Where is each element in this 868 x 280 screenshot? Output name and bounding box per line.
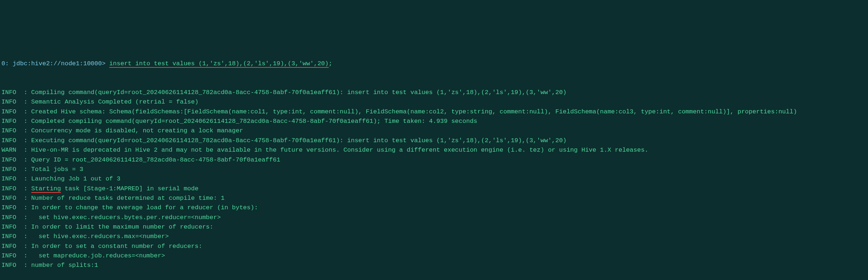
log-line: INFO : Launching Job 1 out of 3 (1, 174, 867, 184)
log-line: INFO : Number of reduce tasks determined… (1, 194, 867, 203)
log-line: INFO : set hive.exec.reducers.max=<numbe… (1, 232, 867, 241)
log-text: : set hive.exec.reducers.bytes.per.reduc… (16, 214, 221, 221)
log-label: INFO (1, 98, 16, 105)
log-label: INFO (1, 262, 16, 269)
log-label: INFO (1, 223, 16, 230)
log-line: WARN : Hive-on-MR is deprecated in Hive … (1, 145, 867, 155)
log-text: : Semantic Analysis Completed (retrial =… (16, 98, 199, 105)
log-line: INFO : In order to limit the maximum num… (1, 222, 867, 232)
log-text: : Executing command(queryId=root_2024062… (16, 137, 567, 144)
log-line: INFO : set mapreduce.job.reduces=<number… (1, 251, 867, 261)
log-label: INFO (1, 156, 16, 163)
log-label: INFO (1, 175, 16, 182)
log-label: INFO (1, 252, 16, 259)
log-line: INFO : Executing command(queryId=root_20… (1, 136, 867, 145)
log-line: INFO : Created Hive schema: Schema(field… (1, 107, 867, 117)
log-line: INFO : Semantic Analysis Completed (retr… (1, 97, 867, 107)
log-text: : Launching Job 1 out of 3 (16, 175, 121, 182)
log-text: : Query ID = root_20240626114128_782acd0… (16, 156, 280, 163)
log-label: INFO (1, 118, 16, 125)
log-text: task [Stage-1:MAPRED] in serial mode (61, 185, 198, 192)
terminal-output[interactable]: 0: jdbc:hive2://node1:10000> insert into… (0, 39, 868, 280)
log-label: INFO (1, 108, 16, 115)
log-text-underlined: Starting (31, 185, 61, 192)
log-label: INFO (1, 127, 16, 134)
log-label: INFO (1, 243, 16, 250)
command-tail: ; (329, 60, 332, 67)
log-label: INFO (1, 233, 16, 240)
log-line: INFO : Starting task [Stage-1:MAPRED] in… (1, 184, 867, 194)
log-line: INFO : set hive.exec.reducers.bytes.per.… (1, 213, 867, 222)
command-line: 0: jdbc:hive2://node1:10000> insert into… (1, 59, 867, 69)
log-text: : In order to set a constant number of r… (16, 243, 202, 250)
log-text: : Hive-on-MR is deprecated in Hive 2 and… (16, 147, 648, 153)
prompt: 0: jdbc:hive2://node1:10000> (1, 60, 106, 67)
command-text-underlined: insert into test values (1,'zs',18),(2,'… (109, 60, 329, 67)
log-text: : number of splits:1 (16, 262, 98, 269)
log-label: INFO (1, 204, 16, 211)
log-text: : (16, 185, 31, 192)
log-text: : In order to limit the maximum number o… (16, 223, 214, 230)
log-label: WARN (1, 147, 16, 153)
log-text: : Completed compiling command(queryId=ro… (16, 118, 477, 125)
log-label: INFO (1, 195, 16, 202)
log-line: INFO : number of splits:1 (1, 261, 867, 270)
log-text: : Total jobs = 3 (16, 166, 83, 173)
log-text: : Number of reduce tasks determined at c… (16, 195, 224, 202)
log-output: INFO : Compiling command(queryId=root_20… (1, 88, 867, 271)
log-text: : set mapreduce.job.reduces=<number> (16, 252, 165, 259)
log-text: : In order to change the average load fo… (16, 204, 258, 211)
log-label: INFO (1, 89, 16, 96)
log-text: : Compiling command(queryId=root_2024062… (16, 89, 567, 96)
log-line: INFO : Compiling command(queryId=root_20… (1, 88, 867, 97)
log-label: INFO (1, 137, 16, 144)
log-line: INFO : Query ID = root_20240626114128_78… (1, 155, 867, 165)
log-text: : Created Hive schema: Schema(fieldSchem… (16, 108, 797, 115)
log-label: INFO (1, 214, 16, 221)
log-line: INFO : In order to change the average lo… (1, 203, 867, 213)
log-line: INFO : Completed compiling command(query… (1, 117, 867, 126)
log-line: INFO : In order to set a constant number… (1, 242, 867, 251)
log-text: : Concurrency mode is disabled, not crea… (16, 127, 243, 134)
log-text: : set hive.exec.reducers.max=<number> (16, 233, 169, 240)
log-label: INFO (1, 185, 16, 192)
log-label: INFO (1, 166, 16, 173)
log-line: INFO : Total jobs = 3 (1, 165, 867, 174)
log-line: INFO : Concurrency mode is disabled, not… (1, 126, 867, 136)
